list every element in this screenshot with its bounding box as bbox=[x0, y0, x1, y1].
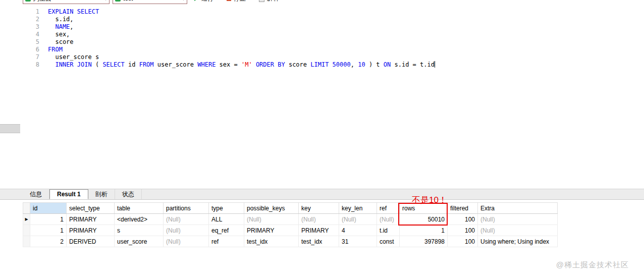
toolbar-row: 阿里云 ▾ test ▾ 运行 停止 解释 bbox=[0, 0, 644, 5]
line-number: 3 bbox=[0, 23, 39, 31]
table-row[interactable]: 2DERIVEDuser_score(Null)reftest_idxtest_… bbox=[23, 236, 558, 247]
code-text: s.id, bbox=[48, 16, 74, 23]
play-icon bbox=[194, 0, 199, 1]
table-row[interactable]: 1PRIMARYs(Null)eq_refPRIMARYPRIMARY4t.id… bbox=[23, 225, 558, 236]
result-grid: idselect_typetablepartitionstypepossible… bbox=[23, 202, 558, 247]
sql-editor[interactable]: 1EXPLAIN SELECT2 s.id,3 NAME,4 sex,5 sco… bbox=[0, 5, 644, 192]
table-header-row: idselect_typetablepartitionstypepossible… bbox=[23, 203, 558, 214]
text-cursor bbox=[435, 61, 435, 68]
col-header-key[interactable]: key bbox=[299, 203, 339, 214]
cell-table[interactable]: s bbox=[115, 225, 164, 236]
code-line: 4 sex, bbox=[0, 31, 644, 38]
cell-id[interactable]: 2 bbox=[30, 236, 67, 247]
cell-ref[interactable]: (Null) bbox=[377, 214, 400, 225]
cell-rows[interactable]: 397898 bbox=[400, 236, 448, 247]
col-header-partitions[interactable]: partitions bbox=[164, 203, 209, 214]
connection-select[interactable]: 阿里云 ▾ bbox=[23, 0, 110, 4]
code-line: 6FROM bbox=[0, 46, 644, 53]
col-header-id[interactable]: id bbox=[30, 203, 67, 214]
cell-key_len[interactable]: 31 bbox=[339, 236, 377, 247]
row-gutter-header bbox=[23, 203, 30, 214]
cell-type[interactable]: eq_ref bbox=[209, 225, 244, 236]
cell-type[interactable]: ref bbox=[209, 236, 244, 247]
tab-状态[interactable]: 状态 bbox=[115, 189, 142, 199]
line-number: 8 bbox=[0, 61, 39, 69]
tab-信息[interactable]: 信息 bbox=[23, 189, 49, 199]
cell-possible_keys[interactable]: test_idx bbox=[244, 236, 299, 247]
watermark: @稀土掘金技术社区 bbox=[556, 260, 629, 270]
cell-extra[interactable]: (Null) bbox=[478, 225, 558, 236]
result-tabbar: 信息Result 1剖析状态 bbox=[0, 189, 644, 200]
line-number: 1 bbox=[0, 8, 39, 16]
line-number: 6 bbox=[0, 46, 39, 53]
code-line: 1EXPLAIN SELECT bbox=[0, 8, 644, 16]
cell-rows[interactable]: 1 bbox=[400, 225, 448, 236]
editor-lines: 1EXPLAIN SELECT2 s.id,3 NAME,4 sex,5 sco… bbox=[0, 8, 644, 69]
col-header-key_len[interactable]: key_len bbox=[339, 203, 377, 214]
col-header-ref[interactable]: ref bbox=[377, 203, 400, 214]
cell-select_type[interactable]: PRIMARY bbox=[67, 214, 115, 225]
line-number: 4 bbox=[0, 31, 39, 38]
cell-key[interactable]: PRIMARY bbox=[299, 225, 339, 236]
cell-ref[interactable]: t.id bbox=[377, 225, 400, 236]
database-icon bbox=[115, 0, 121, 2]
cell-key_len[interactable]: (Null) bbox=[339, 214, 377, 225]
cell-extra[interactable]: (Null) bbox=[478, 214, 558, 225]
cell-key[interactable]: test_idx bbox=[299, 236, 339, 247]
cell-select_type[interactable]: PRIMARY bbox=[67, 225, 115, 236]
cell-rows[interactable]: 50010 bbox=[400, 214, 448, 225]
stop-button[interactable]: 停止 bbox=[227, 0, 246, 3]
code-text: sex, bbox=[48, 31, 70, 38]
stop-icon bbox=[227, 0, 231, 1]
cell-id[interactable]: 1 bbox=[30, 214, 67, 225]
code-line: 3 NAME, bbox=[0, 23, 644, 31]
cell-extra[interactable]: Using where; Using index bbox=[478, 236, 558, 247]
table-row[interactable]: ▶1PRIMARY<derived2>(Null)ALL(Null)(Null)… bbox=[23, 214, 558, 225]
database-label: test bbox=[123, 0, 180, 2]
code-text: score bbox=[48, 38, 74, 46]
col-header-select_type[interactable]: select_type bbox=[67, 203, 115, 214]
tab-剖析[interactable]: 剖析 bbox=[88, 189, 115, 199]
cell-type[interactable]: ALL bbox=[209, 214, 244, 225]
row-gutter bbox=[23, 236, 30, 247]
document-icon bbox=[259, 0, 264, 2]
cell-filtered[interactable]: 100 bbox=[448, 225, 478, 236]
code-text: FROM bbox=[48, 46, 63, 53]
col-header-type[interactable]: type bbox=[209, 203, 244, 214]
cell-select_type[interactable]: DERIVED bbox=[67, 236, 115, 247]
connection-icon bbox=[25, 0, 31, 2]
code-text: EXPLAIN SELECT bbox=[48, 8, 99, 16]
cell-partitions[interactable]: (Null) bbox=[164, 225, 209, 236]
cell-id[interactable]: 1 bbox=[30, 225, 67, 236]
col-header-possible_keys[interactable]: possible_keys bbox=[244, 203, 299, 214]
cell-possible_keys[interactable]: (Null) bbox=[244, 214, 299, 225]
cell-possible_keys[interactable]: PRIMARY bbox=[244, 225, 299, 236]
cell-key_len[interactable]: 4 bbox=[339, 225, 377, 236]
row-gutter bbox=[23, 225, 30, 236]
code-text: user_score s bbox=[48, 53, 99, 61]
col-header-extra[interactable]: Extra bbox=[478, 203, 558, 214]
code-line: 8 INNER JOIN ( SELECT id FROM user_score… bbox=[0, 61, 644, 69]
col-header-filtered[interactable]: filtered bbox=[448, 203, 478, 214]
cell-table[interactable]: <derived2> bbox=[115, 214, 164, 225]
cell-ref[interactable]: const bbox=[377, 236, 400, 247]
cell-partitions[interactable]: (Null) bbox=[164, 236, 209, 247]
code-line: 2 s.id, bbox=[0, 16, 644, 23]
cell-partitions[interactable]: (Null) bbox=[164, 214, 209, 225]
explain-label: 解释 bbox=[267, 0, 279, 3]
cell-key[interactable]: (Null) bbox=[299, 214, 339, 225]
run-label: 运行 bbox=[201, 0, 213, 3]
database-select[interactable]: test ▾ bbox=[113, 0, 187, 4]
annotation-text: 不是10！ bbox=[412, 194, 447, 206]
tab-result-1[interactable]: Result 1 bbox=[49, 189, 88, 199]
cell-table[interactable]: user_score bbox=[115, 236, 164, 247]
run-button[interactable]: 运行 bbox=[194, 0, 213, 3]
left-splitter-handle[interactable] bbox=[0, 124, 20, 133]
explain-button[interactable]: 解释 bbox=[259, 0, 279, 3]
cell-filtered[interactable]: 100 bbox=[448, 236, 478, 247]
chevron-down-icon: ▾ bbox=[182, 0, 185, 2]
cell-filtered[interactable]: 100 bbox=[448, 214, 478, 225]
current-row-marker: ▶ bbox=[23, 214, 30, 225]
col-header-table[interactable]: table bbox=[115, 203, 164, 214]
line-number: 5 bbox=[0, 38, 39, 46]
